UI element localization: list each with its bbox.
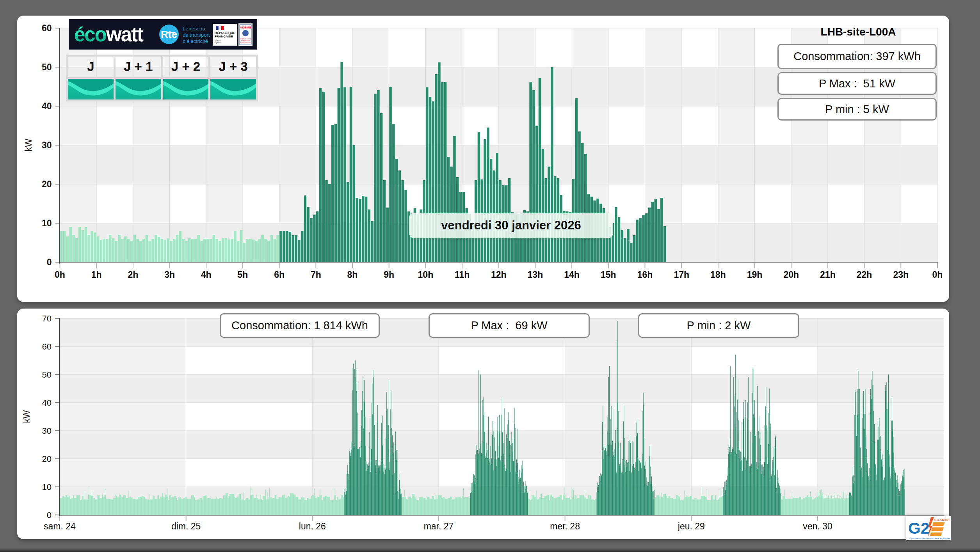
svg-text:Rte: Rte — [161, 28, 177, 40]
svg-text:kW: kW — [23, 138, 34, 152]
svg-text:0: 0 — [47, 257, 52, 267]
svg-text:19h: 19h — [747, 270, 763, 280]
svg-text:23h: 23h — [893, 270, 909, 280]
svg-text:dim. 25: dim. 25 — [171, 521, 201, 531]
svg-text:Le réseau: Le réseau — [183, 26, 205, 32]
svg-text:mer. 28: mer. 28 — [550, 521, 580, 531]
svg-text:30: 30 — [42, 140, 52, 150]
svg-text:2h: 2h — [128, 270, 138, 280]
svg-text:50: 50 — [42, 62, 52, 72]
svg-text:50: 50 — [42, 370, 52, 380]
svg-text:de transport: de transport — [183, 32, 210, 38]
svg-text:70: 70 — [42, 314, 52, 323]
svg-text:15h: 15h — [601, 270, 616, 280]
svg-text:20: 20 — [42, 179, 52, 189]
svg-text:G2: G2 — [908, 519, 930, 537]
svg-text:d’électricité: d’électricité — [183, 38, 208, 44]
svg-text:7h: 7h — [311, 270, 321, 280]
svg-text:10: 10 — [42, 482, 52, 492]
svg-text:60: 60 — [42, 342, 52, 351]
svg-text:21h: 21h — [820, 270, 836, 280]
svg-text:12h: 12h — [491, 270, 507, 280]
svg-text:6h: 6h — [274, 270, 285, 280]
svg-text:FRANCE: FRANCE — [934, 518, 950, 522]
svg-text:watt: watt — [106, 23, 144, 46]
svg-text:13h: 13h — [528, 270, 543, 280]
svg-text:Optimisation des ressources én: Optimisation des ressources énergétiques — [909, 537, 950, 540]
svg-text:ÉCOLOGIQUE: ÉCOLOGIQUE — [240, 42, 251, 44]
svg-text:30: 30 — [42, 426, 52, 436]
svg-text:0: 0 — [47, 510, 52, 520]
svg-text:11h: 11h — [455, 270, 470, 280]
svg-text:16h: 16h — [637, 270, 653, 280]
svg-text:40: 40 — [42, 398, 52, 408]
svg-text:20h: 20h — [783, 270, 799, 280]
svg-text:4h: 4h — [201, 270, 212, 280]
svg-text:10: 10 — [42, 218, 52, 228]
svg-text:9h: 9h — [384, 270, 394, 280]
svg-text:Égalité: Égalité — [215, 41, 221, 44]
svg-text:FRANÇAISE: FRANÇAISE — [215, 35, 233, 38]
svg-text:5h: 5h — [237, 270, 248, 280]
svg-text:RÉPUBLIQUE: RÉPUBLIQUE — [215, 31, 235, 35]
svg-text:40: 40 — [42, 101, 52, 111]
svg-text:mar. 27: mar. 27 — [424, 521, 454, 531]
svg-text:20: 20 — [42, 454, 52, 464]
svg-text:jeu. 29: jeu. 29 — [678, 521, 705, 531]
svg-text:éco: éco — [74, 23, 107, 46]
svg-text:1h: 1h — [91, 270, 102, 280]
svg-text:kW: kW — [21, 410, 32, 423]
svg-text:sam. 24: sam. 24 — [44, 521, 76, 531]
svg-text:ven. 30: ven. 30 — [803, 521, 832, 531]
svg-text:17h: 17h — [674, 270, 689, 280]
svg-text:0h: 0h — [55, 270, 65, 280]
svg-text:0h: 0h — [932, 270, 943, 280]
svg-text:14h: 14h — [564, 270, 580, 280]
svg-text:10h: 10h — [418, 270, 434, 280]
svg-text:8h: 8h — [347, 270, 358, 280]
svg-text:lun. 26: lun. 26 — [299, 521, 326, 531]
svg-text:3h: 3h — [164, 270, 175, 280]
svg-text:60: 60 — [42, 23, 52, 33]
svg-text:18h: 18h — [710, 270, 726, 280]
svg-text:22h: 22h — [857, 270, 872, 280]
svg-text:ADEME: ADEME — [240, 26, 252, 29]
